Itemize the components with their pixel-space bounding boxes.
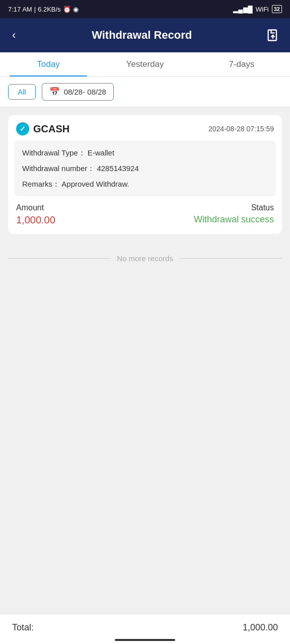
card-footer: Amount 1,000.00 Status Withdrawal succes… [8,203,282,234]
tab-7days[interactable]: 7-days [193,52,290,76]
card-header: ✓ GCASH 2024-08-28 07:15:59 [8,115,282,140]
status-right: ▂▄▆█ WiFi 32 [233,5,282,13]
date-range-label: 08/28- 08/28 [64,88,106,96]
back-button[interactable]: ‹ [8,27,20,44]
status-bar: 7:17 AM | 6.2KB/s ⏰ ◉ ▂▄▆█ WiFi 32 [0,0,290,18]
amount-label: Amount [16,203,55,212]
signal-icon: ▂▄▆█ [233,6,252,13]
wifi-icon: WiFi [256,6,269,13]
header: ‹ Withdrawal Record [0,18,290,52]
time: 7:17 AM [8,6,32,13]
home-indicator [115,639,175,641]
tab-bar: Today Yesterday 7-days [0,52,290,77]
no-more-text: No more records [117,254,173,263]
status-left: 7:17 AM | 6.2KB/s ⏰ ◉ [8,6,79,13]
filter-bar: All 📅 08/28- 08/28 [0,77,290,107]
remarks-row: Remarks： Approved Withdraw. [22,179,268,189]
date-range-button[interactable]: 📅 08/28- 08/28 [42,83,114,101]
gcash-logo: ✓ GCASH [16,122,69,135]
no-more-records: No more records [8,242,282,271]
data-icon: ◉ [73,6,79,13]
card-body: Withdrawal Type： E-wallet Withdrawal num… [14,140,276,196]
withdrawal-record-card: ✓ GCASH 2024-08-28 07:15:59 Withdrawal T… [8,115,282,234]
tab-today[interactable]: Today [0,52,97,76]
total-label: Total: [12,622,34,633]
withdrawal-number-row: Withdrawal number： 4285143924 [22,163,268,174]
status-section: Status Withdrawal success [194,203,274,225]
withdrawal-type-row: Withdrawal Type： E-wallet [22,147,268,158]
right-divider [179,258,282,259]
alarm-icon: ⏰ [63,6,71,13]
left-divider [8,258,111,259]
provider-name: GCASH [33,123,69,135]
record-timestamp: 2024-08-28 07:15:59 [208,125,274,133]
all-filter-button[interactable]: All [8,84,36,100]
upload-report-icon[interactable] [264,26,282,44]
calendar-icon: 📅 [49,87,60,97]
page-title: Withdrawal Record [92,29,192,42]
amount-section: Amount 1,000.00 [16,203,55,226]
status-value: Withdrawal success [194,214,274,225]
gcash-icon: ✓ [16,122,29,135]
content-area: ✓ GCASH 2024-08-28 07:15:59 Withdrawal T… [0,107,290,590]
network-speed-value: 6.2KB/s [38,6,61,13]
total-value: 1,000.00 [243,622,278,633]
tab-yesterday[interactable]: Yesterday [97,52,193,76]
battery-icon: 32 [272,5,282,13]
amount-value: 1,000.00 [16,214,55,226]
status-label: Status [194,203,274,212]
network-speed: | [34,6,36,13]
